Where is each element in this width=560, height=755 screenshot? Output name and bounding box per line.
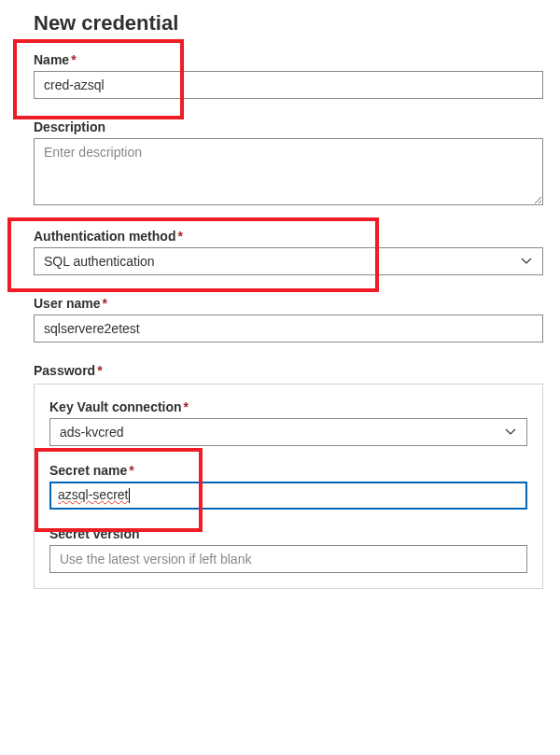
label-text: Key Vault connection <box>49 399 182 414</box>
secret-name-label: Secret name* <box>49 463 527 478</box>
name-field: Name* <box>34 52 543 99</box>
password-label: Password* <box>34 363 543 378</box>
password-box: Key Vault connection* ads-kvcred Secret … <box>34 384 543 589</box>
required-asterisk: * <box>129 463 133 478</box>
kv-connection-label: Key Vault connection* <box>49 399 527 414</box>
username-input[interactable] <box>34 315 543 343</box>
secret-name-input[interactable] <box>49 482 527 510</box>
select-value: ads-kvcred <box>60 425 123 440</box>
description-field: Description <box>34 119 543 208</box>
auth-method-field: Authentication method* SQL authenticatio… <box>34 229 543 275</box>
secret-name-field: Secret name* azsql-secret <box>49 463 527 510</box>
label-text: Authentication method <box>34 229 175 244</box>
chevron-down-icon <box>504 426 517 439</box>
required-asterisk: * <box>103 296 107 311</box>
secret-version-input[interactable] <box>49 545 527 573</box>
kv-connection-field: Key Vault connection* ads-kvcred <box>49 399 527 446</box>
label-text: Secret version <box>49 526 140 541</box>
username-field: User name* <box>34 296 543 343</box>
required-asterisk: * <box>97 363 102 378</box>
password-section: Password* Key Vault connection* ads-kvcr… <box>34 363 543 589</box>
auth-method-select[interactable]: SQL authentication <box>34 247 543 275</box>
secret-version-field: Secret version <box>49 526 527 573</box>
kv-connection-select[interactable]: ads-kvcred <box>49 418 527 446</box>
required-asterisk: * <box>177 229 182 244</box>
label-text: Description <box>34 119 105 134</box>
name-label: Name* <box>34 52 543 67</box>
auth-method-label: Authentication method* <box>34 229 543 244</box>
required-asterisk: * <box>184 399 189 414</box>
description-textarea[interactable] <box>34 138 543 205</box>
label-text: Name <box>34 52 69 67</box>
select-value: SQL authentication <box>44 254 155 269</box>
label-text: Password <box>34 363 95 378</box>
description-label: Description <box>34 119 543 134</box>
chevron-down-icon <box>520 255 533 268</box>
credential-form: Name* Description Authentication method*… <box>0 52 560 589</box>
username-label: User name* <box>34 296 543 311</box>
name-input[interactable] <box>34 71 543 99</box>
secret-version-label: Secret version <box>49 526 527 541</box>
label-text: User name <box>34 296 101 311</box>
required-asterisk: * <box>71 52 76 67</box>
label-text: Secret name <box>49 463 127 478</box>
page-title: New credential <box>34 11 560 35</box>
